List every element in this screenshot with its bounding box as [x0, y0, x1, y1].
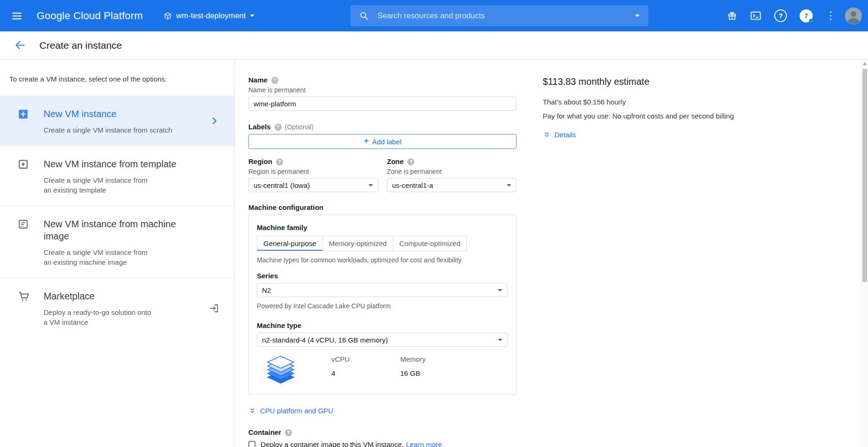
labels-label-row: Labels ? (Optional) [248, 123, 516, 131]
zone-select[interactable]: us-central1-a [387, 178, 517, 192]
caret-down-icon [498, 289, 502, 291]
hamburger-menu-button[interactable] [10, 9, 23, 22]
tab-compute-optimized[interactable]: Compute-optimized [393, 236, 467, 251]
labels-help-icon[interactable]: ? [275, 124, 282, 131]
billing-note: Pay for what you use: No upfront costs a… [543, 112, 796, 120]
machine-family-label: Machine family [257, 224, 508, 232]
series-label: Series [257, 272, 508, 280]
option-new-vm-instance[interactable]: New VM instance Create a single VM insta… [0, 96, 234, 146]
details-link-text: Details [554, 131, 576, 139]
create-options-sidebar: To create a VM instance, select one of t… [0, 60, 235, 447]
zone-help-icon[interactable]: ? [407, 158, 414, 165]
container-checkbox-row: Deploy a container image to this VM inst… [248, 440, 516, 447]
notification-count-badge: 7 [804, 12, 808, 20]
option-title: Marketplace [44, 290, 205, 302]
scrollbar[interactable] [861, 60, 868, 447]
instance-form: Name ? Name is permanent Labels ? (Optio… [248, 60, 516, 447]
brand-logo[interactable]: Google Cloud Platform [37, 10, 143, 22]
cloud-shell-button[interactable] [750, 10, 762, 22]
search-dropdown-caret-icon[interactable] [635, 15, 640, 17]
caret-down-icon [498, 339, 502, 341]
option-new-vm-from-machine-image[interactable]: New VM instance from machine image Creat… [0, 206, 234, 278]
cpu-platform-gpu-link-text: CPU platform and GPU [260, 407, 333, 415]
option-description: Create a single VM instance from an exis… [44, 175, 205, 195]
sidebar-intro-text: To create a VM instance, select one of t… [0, 60, 234, 96]
name-help-icon[interactable]: ? [271, 77, 278, 84]
machine-type-select-value: n2-standard-4 (4 vCPU, 16 GB memory) [262, 336, 388, 344]
search-icon [359, 11, 369, 21]
avatar[interactable] [845, 7, 862, 25]
region-select-value: us-central1 (Iowa) [254, 181, 310, 189]
zone-select-value: us-central1-a [392, 181, 434, 189]
name-label-row: Name ? [248, 76, 516, 84]
add-label-button[interactable]: + Add label [248, 134, 516, 149]
machine-family-description: Machine types for common workloads, opti… [257, 256, 508, 264]
gift-icon [727, 11, 737, 21]
layers-icon [264, 355, 297, 384]
options-list: New VM instance Create a single VM insta… [0, 96, 234, 338]
caret-down-icon [250, 15, 254, 17]
option-description: Create a single VM instance from an exis… [44, 247, 205, 267]
project-picker[interactable]: wm-test-deployment [164, 11, 255, 20]
region-label: Region [248, 157, 272, 166]
tab-general-purpose[interactable]: General-purpose [257, 236, 323, 251]
avatar-icon [845, 7, 862, 25]
more-options-button[interactable]: ⋮ [825, 10, 832, 21]
scrollbar-up-arrow-icon[interactable] [863, 62, 867, 65]
labels-label: Labels [248, 123, 271, 131]
option-marketplace[interactable]: Marketplace Deploy a ready-to-go solutio… [0, 278, 234, 338]
template-icon [17, 158, 29, 170]
machine-configuration-label: Machine configuration [248, 203, 516, 212]
machine-type-label: Machine type [257, 321, 508, 330]
option-description: Create a single VM instance from scratch [44, 125, 205, 135]
header-actions: ? 7 ⋮ [727, 0, 862, 31]
container-label: Container [248, 428, 281, 437]
back-button[interactable] [13, 38, 27, 52]
add-label-text: Add label [372, 138, 402, 146]
learn-more-link[interactable]: Learn more [406, 440, 442, 447]
region-select[interactable]: us-central1 (Iowa) [248, 178, 378, 192]
region-note: Region is permanent [248, 168, 378, 175]
search-input[interactable] [376, 11, 635, 21]
tab-memory-optimized[interactable]: Memory-optimized [322, 236, 393, 251]
zone-label: Zone [387, 157, 404, 166]
series-select[interactable]: N2 [257, 283, 508, 297]
back-arrow-icon [14, 39, 27, 52]
option-title: New VM instance from machine image [44, 218, 205, 242]
region-field: Region ? Region is permanent us-central1… [248, 157, 378, 192]
machine-configuration-box: Machine family General-purpose Memory-op… [248, 215, 516, 395]
region-zone-row: Region ? Region is permanent us-central1… [248, 157, 516, 192]
project-icon [164, 12, 172, 20]
option-new-vm-from-template[interactable]: New VM instance from template Create a s… [0, 146, 234, 206]
add-box-icon [17, 108, 29, 120]
region-help-icon[interactable]: ? [276, 158, 283, 165]
labels-optional-text: (Optional) [285, 123, 314, 131]
help-button[interactable]: ? [774, 9, 787, 22]
machine-family-tabs: General-purpose Memory-optimized Compute… [257, 236, 508, 251]
search-bar[interactable] [351, 5, 648, 26]
free-trial-gift-button[interactable] [727, 11, 737, 21]
marketplace-cart-icon [17, 291, 30, 303]
instance-name-input[interactable] [248, 97, 516, 111]
machine-image-icon [17, 218, 29, 230]
memory-label: Memory [400, 355, 461, 363]
option-description: Deploy a ready-to-go solution onto a VM … [44, 307, 205, 327]
machine-type-select[interactable]: n2-standard-4 (4 vCPU, 16 GB memory) [257, 333, 508, 347]
estimate-details-expander[interactable]: Details [543, 131, 576, 139]
series-note: Powered by Intel Cascade Lake CPU platfo… [257, 302, 508, 310]
container-help-icon[interactable]: ? [285, 429, 292, 436]
cpu-platform-gpu-expander[interactable]: CPU platform and GPU [248, 407, 333, 415]
caret-down-icon [368, 184, 373, 186]
option-title: New VM instance from template [44, 158, 205, 170]
container-label-row: Container ? [248, 428, 516, 437]
scrollbar-thumb[interactable] [862, 69, 867, 282]
notifications-button[interactable]: 7 [800, 9, 813, 22]
project-name: wm-test-deployment [176, 11, 246, 20]
question-mark-icon: ? [778, 12, 783, 20]
container-checkbox[interactable] [248, 441, 255, 447]
zone-field: Zone ? Zone is permanent us-central1-a [387, 157, 517, 192]
expand-section-icon [543, 131, 551, 139]
chevron-right-icon [209, 116, 219, 126]
monthly-estimate-title: $113.83 monthly estimate [543, 76, 796, 87]
cloud-shell-icon [750, 10, 762, 22]
